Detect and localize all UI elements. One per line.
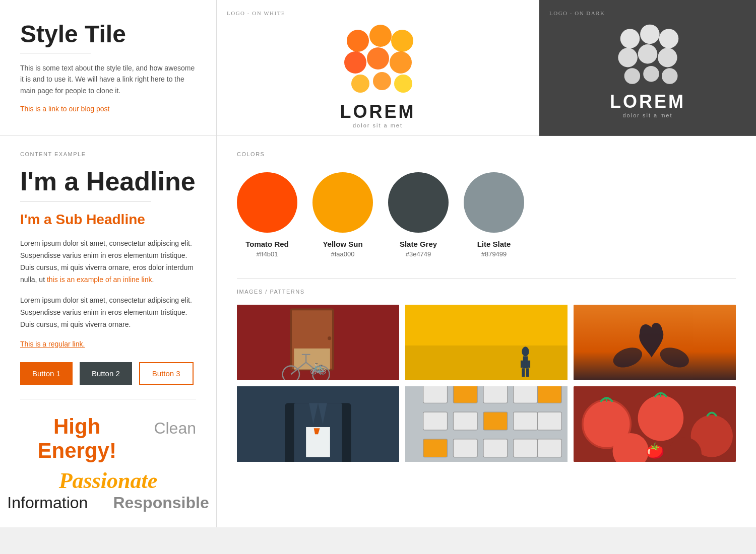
svg-point-22 <box>328 336 331 340</box>
section-divider <box>20 399 196 399</box>
svg-point-12 <box>618 48 638 67</box>
blog-link[interactable]: This is a link to our blog post <box>20 105 109 113</box>
svg-point-16 <box>643 66 659 82</box>
svg-point-17 <box>662 68 678 84</box>
logo-white-svg <box>338 23 418 104</box>
svg-point-9 <box>620 29 640 48</box>
svg-rect-35 <box>522 368 525 377</box>
svg-rect-57 <box>453 439 477 457</box>
color-name-tomato: Tomato Red <box>245 240 289 248</box>
svg-rect-48 <box>423 386 448 403</box>
color-circle-tomato <box>237 172 297 233</box>
inline-link[interactable]: this is an example of an inline link <box>47 275 152 284</box>
svg-point-31 <box>522 347 529 356</box>
sub-headline: I'm a Sub Headline <box>20 212 196 228</box>
logo-dark-sub: dolor sit a met <box>610 112 685 118</box>
svg-rect-58 <box>483 439 508 457</box>
svg-point-13 <box>638 44 658 64</box>
svg-rect-21 <box>294 349 330 370</box>
image-suit-man <box>237 386 399 462</box>
svg-point-15 <box>624 68 641 84</box>
svg-rect-33 <box>521 361 524 368</box>
button-2[interactable]: Button 2 <box>80 362 132 385</box>
color-circle-yellow <box>312 172 373 233</box>
image-yellow-wall <box>405 305 568 380</box>
color-circle-slate <box>388 172 449 233</box>
svg-rect-51 <box>514 386 538 403</box>
svg-point-4 <box>367 47 389 70</box>
logo-white-container: LOREM dolor sit a met <box>338 23 418 128</box>
typo-passionate: Passionate <box>59 468 158 493</box>
color-hex-yellow: #faa000 <box>331 250 355 258</box>
logo-on-dark-label: LOGO - ON DARK <box>539 10 605 16</box>
image-heart-silhouette <box>574 305 736 380</box>
logo-white-sub: dolor sit a met <box>340 122 416 128</box>
svg-point-14 <box>658 48 677 67</box>
style-tile-description: This is some text about the style tile, … <box>20 62 196 96</box>
body-paragraph-1: Lorem ipsum dolor sit amet, consectetur … <box>20 238 196 286</box>
svg-rect-36 <box>526 368 529 377</box>
button-3[interactable]: Button 3 <box>139 362 194 385</box>
images-label: IMAGES / PATTERNS <box>237 278 736 295</box>
logo-white-main: LOREM <box>340 101 416 122</box>
svg-point-0 <box>347 30 369 52</box>
svg-rect-59 <box>514 439 538 457</box>
color-tomato-red: Tomato Red #ff4b01 <box>237 172 297 258</box>
svg-point-10 <box>640 25 660 44</box>
svg-point-6 <box>351 75 369 93</box>
image-building <box>405 386 568 462</box>
regular-link[interactable]: This is a regular link. <box>20 340 196 348</box>
color-name-yellow: Yellow Sun <box>323 240 362 248</box>
color-hex-tomato: #ff4b01 <box>256 250 278 258</box>
logo-dark-container: LOREM dolor sit a met <box>610 23 685 118</box>
svg-rect-49 <box>453 386 477 403</box>
typo-row-2: Passionate <box>20 468 196 494</box>
logo-on-dark: LOGO - ON DARK LOREM dolor sit a met <box>539 0 756 136</box>
logo-dark-main: LOREM <box>610 91 685 112</box>
typo-clean: Clean <box>154 419 196 438</box>
svg-point-3 <box>344 51 366 74</box>
svg-point-2 <box>391 30 413 52</box>
svg-rect-62 <box>537 439 561 457</box>
svg-point-8 <box>394 75 412 93</box>
logo-on-white: LOGO - ON WHITE LOREM dolor sit a met <box>217 0 539 136</box>
svg-rect-50 <box>483 386 508 403</box>
typography-section: High Energy! Clean Passionate Informatio… <box>20 414 196 512</box>
color-name-lite: Lite Slate <box>477 240 511 248</box>
svg-rect-30 <box>405 345 568 380</box>
typo-row-3: Information Responsible <box>20 494 196 512</box>
content-example-label: CONTENT EXAMPLE <box>20 151 196 157</box>
colors-images-section: COLORS Tomato Red #ff4b01 Yellow Sun #fa… <box>217 136 756 527</box>
button-1[interactable]: Button 1 <box>20 362 73 385</box>
style-tile-intro: Style Tile This is some text about the s… <box>0 0 217 136</box>
svg-rect-60 <box>537 386 561 403</box>
svg-rect-52 <box>423 412 448 430</box>
typo-information: Information <box>7 494 88 512</box>
svg-point-7 <box>373 72 391 90</box>
logo-dark-svg <box>612 23 683 94</box>
colors-row: Tomato Red #ff4b01 Yellow Sun #faa000 Sl… <box>237 172 736 258</box>
color-hex-lite: #879499 <box>481 250 507 258</box>
svg-point-1 <box>369 25 392 47</box>
color-circle-lite <box>464 172 524 233</box>
image-tomatoes <box>574 386 736 462</box>
image-red-door <box>237 305 399 380</box>
body-paragraph-2: Lorem ipsum dolor sit amet, consectetur … <box>20 295 196 330</box>
svg-point-11 <box>659 29 679 48</box>
typo-row-1: High Energy! Clean <box>20 414 196 463</box>
color-hex-slate: #3e4749 <box>406 250 431 258</box>
color-name-slate: Slate Grey <box>400 240 437 248</box>
buttons-row: Button 1 Button 2 Button 3 <box>20 362 196 385</box>
color-lite-slate: Lite Slate #879499 <box>464 172 524 258</box>
color-slate-grey: Slate Grey #3e4749 <box>388 172 449 258</box>
svg-rect-54 <box>483 412 508 430</box>
svg-rect-34 <box>527 361 530 368</box>
typo-responsible: Responsible <box>113 494 209 512</box>
colors-label: COLORS <box>237 151 736 157</box>
svg-rect-61 <box>537 412 561 430</box>
color-yellow-sun: Yellow Sun #faa000 <box>312 172 373 258</box>
svg-point-5 <box>390 51 412 74</box>
images-grid <box>237 305 736 462</box>
svg-rect-53 <box>453 412 477 430</box>
title-divider <box>20 53 91 53</box>
